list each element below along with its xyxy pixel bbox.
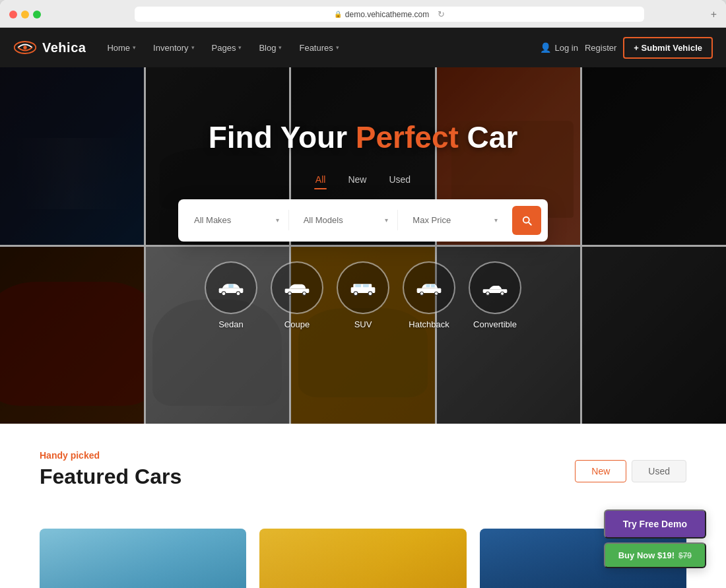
lock-icon: 🔒 — [334, 11, 342, 18]
try-demo-button[interactable]: Try Free Demo — [604, 509, 706, 539]
svg-point-7 — [288, 292, 291, 295]
featured-tab-new[interactable]: New — [575, 460, 626, 482]
nav-home-arrow: ▾ — [133, 44, 136, 51]
price-label: Max Price — [412, 215, 451, 225]
search-tab-all[interactable]: All — [314, 172, 327, 187]
floating-cta: Try Free Demo Buy Now $19! $79 — [604, 509, 706, 568]
car-types: Sedan Coupe — [205, 261, 521, 329]
makes-label: All Makes — [194, 215, 231, 225]
main-navbar: Vehica Home ▾ Inventory ▾ Pages ▾ Blog ▾… — [0, 28, 726, 67]
suv-svg — [348, 278, 378, 297]
svg-point-11 — [354, 292, 358, 296]
coupe-svg — [282, 278, 312, 297]
car-card-2[interactable] — [259, 529, 466, 588]
coupe-label: Coupe — [284, 319, 310, 329]
nav-register[interactable]: Register — [585, 43, 616, 53]
featured-tab-used[interactable]: Used — [632, 460, 686, 482]
nav-home[interactable]: Home ▾ — [99, 38, 144, 58]
close-window-dot[interactable] — [9, 11, 17, 18]
hero-title: Find Your Perfect Car — [209, 120, 518, 155]
svg-point-21 — [486, 292, 489, 295]
section-title: Featured Cars — [40, 465, 182, 489]
sedan-svg — [216, 278, 246, 297]
nav-features-arrow: ▾ — [336, 44, 339, 51]
search-icon — [521, 214, 533, 226]
svg-point-12 — [368, 292, 372, 296]
nav-blog[interactable]: Blog ▾ — [251, 38, 290, 58]
nav-login[interactable]: 👤 Log in — [540, 42, 578, 53]
car-type-hatchback-icon — [403, 261, 455, 314]
svg-point-4 — [236, 292, 240, 296]
old-price: $79 — [678, 551, 692, 560]
car-type-suv-icon — [337, 261, 389, 314]
price-dropdown[interactable]: Max Price ▾ — [403, 210, 507, 230]
hatchback-label: Hatchback — [409, 319, 449, 329]
submit-vehicle-button[interactable]: + Submit Vehicle — [623, 37, 713, 59]
car-type-hatchback[interactable]: Hatchback — [403, 261, 455, 329]
minimize-window-dot[interactable] — [21, 11, 29, 18]
nav-inventory-arrow: ▾ — [191, 44, 195, 51]
section-subtitle: Handy picked — [40, 450, 182, 461]
logo-icon — [13, 38, 37, 57]
svg-point-22 — [500, 292, 504, 295]
car-cards — [40, 529, 686, 588]
convertible-label: Convertible — [473, 319, 517, 329]
models-label: All Models — [304, 215, 343, 225]
makes-arrow: ▾ — [276, 216, 279, 224]
window-controls — [9, 11, 41, 18]
refresh-icon[interactable]: ↻ — [438, 9, 445, 19]
car-type-convertible[interactable]: Convertible — [469, 261, 521, 329]
nav-pages[interactable]: Pages ▾ — [204, 38, 250, 58]
buy-now-button[interactable]: Buy Now $19! $79 — [604, 542, 706, 568]
search-button[interactable] — [512, 206, 541, 235]
nav-pages-arrow: ▾ — [238, 44, 242, 51]
car-card-1[interactable] — [40, 529, 246, 588]
search-tab-used[interactable]: Used — [387, 172, 412, 187]
hero-title-text1: Find Your — [209, 120, 356, 154]
logo[interactable]: Vehica — [13, 38, 86, 57]
hero-title-accent: Perfect — [356, 120, 459, 154]
browser-url-bar[interactable]: 🔒 demo.vehicatheme.com ↻ — [135, 7, 644, 22]
nav-blog-arrow: ▾ — [279, 44, 282, 51]
hero-section: Find Your Perfect Car All New Used All M… — [0, 67, 726, 424]
hero-title-text2: Car — [459, 120, 517, 154]
car-type-convertible-icon — [469, 261, 521, 314]
nav-features[interactable]: Features ▾ — [291, 38, 346, 58]
car-type-suv[interactable]: SUV — [337, 261, 389, 329]
makes-dropdown[interactable]: All Makes ▾ — [185, 210, 289, 230]
svg-rect-19 — [431, 284, 435, 287]
svg-point-1 — [23, 46, 26, 49]
nav-inventory[interactable]: Inventory ▾ — [145, 38, 202, 58]
convertible-svg — [480, 278, 510, 297]
maximize-window-dot[interactable] — [33, 11, 41, 18]
featured-header: Handy picked Featured Cars New Used — [40, 450, 686, 509]
car-type-coupe[interactable]: Coupe — [271, 261, 323, 329]
models-dropdown[interactable]: All Models ▾ — [294, 210, 399, 230]
search-bar: All Makes ▾ All Models ▾ Max Price ▾ — [178, 199, 548, 242]
price-arrow: ▾ — [494, 216, 498, 224]
search-tabs: All New Used — [314, 172, 412, 187]
suv-label: SUV — [354, 319, 372, 329]
buy-now-label: Buy Now $19! — [618, 550, 675, 560]
svg-point-16 — [420, 292, 423, 295]
svg-point-8 — [302, 292, 306, 295]
browser-chrome: 🔒 demo.vehicatheme.com ↻ + — [0, 0, 726, 28]
car-card-1-image — [40, 529, 246, 588]
hatchback-svg — [414, 278, 444, 297]
url-text: demo.vehicatheme.com — [345, 10, 429, 19]
nav-menu: Home ▾ Inventory ▾ Pages ▾ Blog ▾ Featur… — [99, 38, 540, 58]
sedan-label: Sedan — [218, 319, 244, 329]
svg-rect-13 — [355, 284, 361, 287]
models-arrow: ▾ — [385, 216, 388, 224]
svg-rect-14 — [363, 284, 369, 287]
car-card-2-image — [259, 529, 466, 588]
svg-point-3 — [222, 292, 226, 296]
featured-tabs: New Used — [575, 460, 686, 482]
nav-right: 👤 Log in Register + Submit Vehicle — [540, 37, 713, 59]
svg-rect-18 — [426, 284, 430, 287]
search-tab-new[interactable]: New — [346, 172, 368, 187]
new-tab-button[interactable]: + — [711, 9, 717, 20]
car-type-sedan[interactable]: Sedan — [205, 261, 257, 329]
hero-content: Find Your Perfect Car All New Used All M… — [0, 67, 726, 424]
svg-point-17 — [434, 292, 438, 295]
